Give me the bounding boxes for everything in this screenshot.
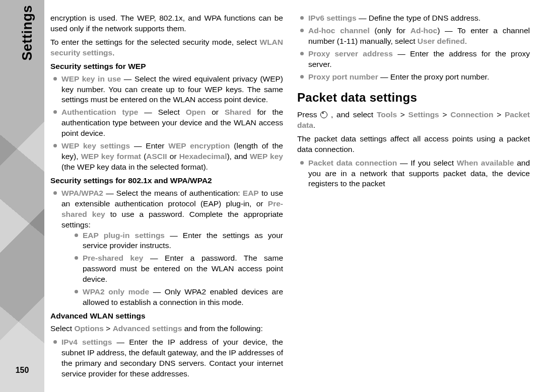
ui-term: IPv4 settings [61, 338, 112, 346]
decorative-sidebar: Settings 150 [0, 0, 44, 392]
ui-term: Hexadecimal [179, 152, 227, 161]
ui-term: When available [457, 159, 514, 167]
heading-security-wpa: Security settings for 802.1x and WPA/WPA… [50, 176, 283, 186]
heading-packet-data: Packet data settings [297, 90, 530, 106]
list-item: WEP key in use — Select the wired equiva… [50, 74, 283, 106]
text: and from the following: [182, 324, 262, 333]
list-item: Proxy server address — Enter the address… [297, 49, 530, 70]
list-item: WEP key settings — Enter WEP encryption … [50, 141, 283, 173]
ui-term: Ad-hoc channel [308, 26, 370, 35]
paragraph: To enter the settings for the selected s… [50, 37, 283, 58]
text: (the WEP key data in the selected format… [61, 163, 208, 171]
text: . [465, 37, 467, 45]
ui-term: WPA/WPA2 [61, 189, 103, 197]
ui-term: Connection [450, 110, 493, 119]
text: — Define the type of DNS address. [357, 14, 481, 22]
ui-term: Pre-shared key [83, 254, 143, 262]
ui-term: EAP plug-in settings [83, 231, 165, 240]
ui-term: WEP key format [81, 152, 141, 161]
page-body: encryption is used. The WEP, 802.1x, and… [44, 0, 544, 392]
ui-term: ASCII [146, 152, 167, 161]
list-wep-settings: WEP key in use — Select the wired equiva… [50, 74, 283, 173]
ui-term: Proxy server address [308, 49, 393, 58]
list-item: Authentication type — Select Open or Sha… [50, 107, 283, 139]
page-number: 150 [0, 365, 44, 376]
ui-term: WEP key [250, 152, 283, 161]
paragraph: encryption is used. The WEP, 802.1x, and… [50, 13, 283, 34]
ui-term: WEP key settings [61, 141, 130, 150]
ui-term: Settings [409, 110, 439, 119]
text: > [494, 110, 505, 119]
list-item: Ad-hoc channel (only for Ad-hoc) — To en… [297, 26, 530, 47]
ui-term: WPA2 only mode [83, 287, 149, 296]
text: — Select [138, 108, 185, 116]
list-packet-data: Packet data connection — If you select W… [297, 158, 530, 190]
list-item: WPA/WPA2 — Select the means of authentic… [50, 188, 283, 308]
text: Press [297, 110, 320, 119]
text: > [397, 110, 409, 119]
text: Select [50, 324, 74, 333]
text: or [206, 108, 225, 116]
text: To enter the settings for the selected s… [50, 38, 260, 46]
paragraph: Select Options > Advanced settings and f… [50, 324, 283, 334]
ui-term: Tools [377, 110, 397, 119]
list-item: WPA2 only mode — Only WPA2 enabled devic… [72, 287, 283, 308]
text: . [313, 121, 315, 129]
list-item: IPv6 settings — Define the type of DNS a… [297, 13, 530, 24]
paragraph: The packet data settings affect all acce… [297, 134, 530, 155]
list-item: Packet data connection — If you select W… [297, 158, 530, 190]
ui-term: WEP encryption [168, 141, 230, 150]
list-item: IPv4 settings — Enter the IP address of … [50, 337, 283, 379]
ui-term: Ad-hoc [411, 26, 437, 35]
section-side-label: Settings [18, 5, 36, 61]
text: (only for [370, 26, 411, 35]
menu-key-icon [320, 111, 327, 118]
text: > [439, 110, 451, 119]
text: ( [141, 152, 146, 161]
list-item: Pre-shared key — Enter a password. The s… [72, 253, 283, 285]
ui-term: Packet data connection [308, 159, 397, 167]
ui-term: Shared [225, 108, 251, 116]
text: — Enter [130, 141, 168, 150]
ui-term: WEP key in use [61, 74, 121, 83]
list-item: Proxy port number — Enter the proxy port… [297, 72, 530, 83]
list-wpa-settings: WPA/WPA2 — Select the means of authentic… [50, 188, 283, 308]
ui-term: EAP [243, 189, 259, 197]
text: . [112, 48, 114, 57]
ui-term: Advanced settings [113, 324, 182, 333]
heading-advanced-wlan: Advanced WLAN settings [50, 311, 283, 322]
ui-term: User defined [418, 37, 465, 45]
ui-term: Open [186, 108, 206, 116]
text: > [104, 324, 113, 333]
text: — Enter the proxy port number. [378, 72, 490, 81]
list-item: EAP plug-in settings — Enter the setting… [72, 230, 283, 252]
ui-term: IPv6 settings [308, 14, 357, 22]
text: — If you select [397, 159, 457, 167]
text: , and select [327, 110, 377, 119]
ui-term: Authentication type [61, 108, 138, 116]
heading-security-wep: Security settings for WEP [50, 61, 283, 72]
text: ), and [227, 152, 250, 161]
list-wpa-sub: EAP plug-in settings — Enter the setting… [72, 230, 283, 308]
paragraph: Press , and select Tools > Settings > Co… [297, 110, 530, 131]
ui-term: Proxy port number [308, 72, 378, 81]
ui-term: Options [74, 324, 104, 333]
text: or [167, 152, 179, 161]
text: — Select the means of authentication: [103, 189, 243, 197]
